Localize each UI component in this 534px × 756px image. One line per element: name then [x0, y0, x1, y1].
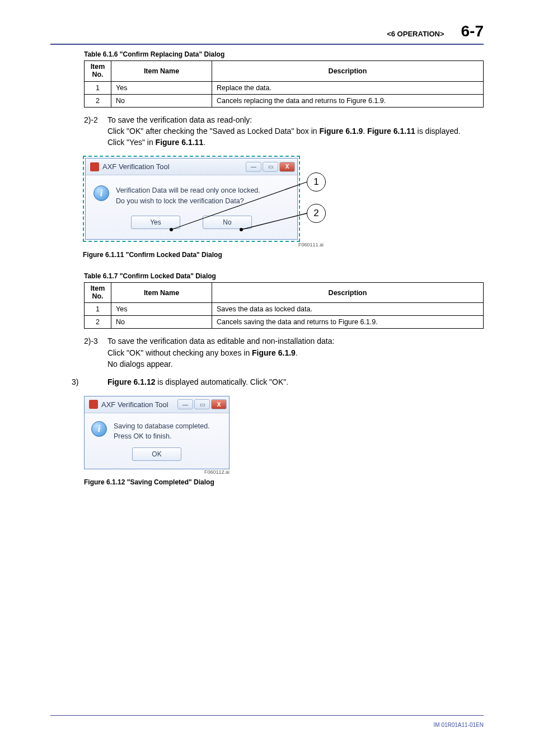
table-row: 1 Yes Saves the data as locked data.: [85, 303, 484, 316]
cell-no: 1: [85, 81, 111, 94]
maximize-button[interactable]: ▭: [194, 399, 210, 409]
cell-desc: Replace the data.: [212, 81, 484, 94]
table-row: 2 No Cancels saving the data and returns…: [85, 316, 484, 329]
step-text: No dialogs appear.: [107, 360, 173, 368]
figure-ref-code: F060112.ai: [84, 469, 229, 475]
step-text: .: [203, 138, 205, 147]
step-text: .: [363, 127, 367, 136]
cell-name: No: [111, 94, 212, 107]
minimize-button[interactable]: —: [177, 399, 193, 409]
step-text: To save the verification data as editabl…: [107, 337, 335, 346]
cell-desc: Cancels replacing the data and returns t…: [212, 94, 484, 107]
cell-name: Yes: [111, 303, 212, 316]
ok-button[interactable]: OK: [132, 447, 181, 461]
table-confirm-replacing: Item No. Item Name Description 1 Yes Rep…: [84, 60, 484, 108]
app-icon: [90, 162, 99, 171]
figure-caption: Figure 6.1.12 "Saving Completed" Dialog: [84, 478, 484, 486]
step-label: 2)-2: [84, 114, 105, 125]
table-confirm-locked: Item No. Item Name Description 1 Yes Sav…: [84, 282, 484, 329]
figure-ref: Figure 6.1.11: [156, 138, 204, 147]
info-icon: i: [91, 421, 107, 437]
info-icon: i: [93, 185, 109, 201]
cell-name: Yes: [111, 81, 212, 94]
figure-ref: Figure 6.1.11: [367, 127, 415, 136]
col-item-name: Item Name: [111, 282, 212, 303]
maximize-button[interactable]: ▭: [263, 162, 278, 172]
cell-no: 2: [85, 316, 111, 329]
col-description: Description: [212, 61, 484, 82]
cell-desc: Cancels saving the data and returns to F…: [212, 316, 484, 329]
header-rule: [50, 44, 484, 45]
col-item-name: Item Name: [111, 61, 212, 82]
table-caption: Table 6.1.6 "Confirm Replacing Data" Dia…: [84, 50, 484, 58]
callout-2: 2: [307, 204, 326, 223]
table-row: 2 No Cancels replacing the data and retu…: [85, 94, 484, 107]
cell-no: 2: [85, 94, 111, 107]
dialog-title: AXF Verification Tool: [101, 400, 168, 409]
cell-desc: Saves the data as locked data.: [212, 303, 484, 316]
figure-ref: Figure 6.1.9: [252, 348, 296, 357]
minimize-button[interactable]: —: [246, 162, 261, 172]
app-icon: [89, 400, 98, 409]
col-item-no: Item No.: [85, 61, 111, 82]
step-text: Click "Yes" in: [107, 138, 156, 147]
close-button[interactable]: X: [279, 162, 295, 172]
step-text: Click "OK" without checking any boxes in: [107, 348, 252, 357]
footer-rule: [50, 715, 484, 716]
dialog-message: Verification Data will be read only once…: [116, 186, 260, 194]
step-text: Click "OK" after checking the "Saved as …: [107, 127, 320, 136]
cell-name: No: [111, 316, 212, 329]
step-label: 2)-3: [84, 335, 105, 347]
confirm-locked-dialog: AXF Verification Tool — ▭ X i Verificati…: [85, 158, 298, 240]
close-button[interactable]: X: [211, 399, 227, 409]
yes-button[interactable]: Yes: [131, 216, 180, 229]
step-label: 3): [72, 376, 105, 388]
step-text: is displayed automatically. Click "OK".: [155, 377, 288, 386]
dialog-message: Do you wish to lock the verification Dat…: [116, 197, 244, 205]
page-number: 6-7: [461, 22, 484, 40]
dialog-highlight-outline: AXF Verification Tool — ▭ X i Verificati…: [83, 156, 300, 242]
step-3: 3) Figure 6.1.12 is displayed automatica…: [72, 376, 484, 388]
col-item-no: Item No.: [85, 282, 111, 303]
no-button[interactable]: No: [203, 216, 252, 229]
dialog-title: AXF Verification Tool: [102, 162, 170, 171]
figure-ref-code: F060111.ai: [83, 242, 324, 248]
document-code: IM 01R01A11-01EN: [434, 722, 484, 728]
figure-caption: Figure 6.1.11 "Confirm Locked Data" Dial…: [83, 251, 484, 259]
step-2-2: 2)-2 To save the verification data as re…: [84, 114, 484, 148]
figure-ref: Figure 6.1.9: [320, 127, 363, 136]
step-text: To save the verification data as read-on…: [107, 115, 252, 124]
figure-ref: Figure 6.1.12: [107, 377, 156, 386]
col-description: Description: [212, 282, 484, 303]
callout-1: 1: [307, 172, 326, 192]
step-2-3: 2)-3 To save the verification data as ed…: [84, 335, 484, 370]
table-row: 1 Yes Replace the data.: [85, 81, 484, 94]
dialog-titlebar: AXF Verification Tool — ▭ X: [86, 158, 297, 175]
step-text: .: [296, 348, 298, 357]
cell-no: 1: [85, 303, 111, 316]
dialog-titlebar: AXF Verification Tool — ▭ X: [85, 396, 229, 413]
section-label: <6 OPERATION>: [387, 30, 444, 38]
saving-completed-dialog: AXF Verification Tool — ▭ X i Saving to …: [84, 396, 229, 470]
dialog-message: Press OK to finish.: [114, 432, 172, 440]
dialog-message: Saving to database completed.: [114, 422, 210, 430]
table-caption: Table 6.1.7 "Confirm Locked Data" Dialog: [84, 272, 484, 280]
step-text: is displayed.: [415, 127, 461, 136]
